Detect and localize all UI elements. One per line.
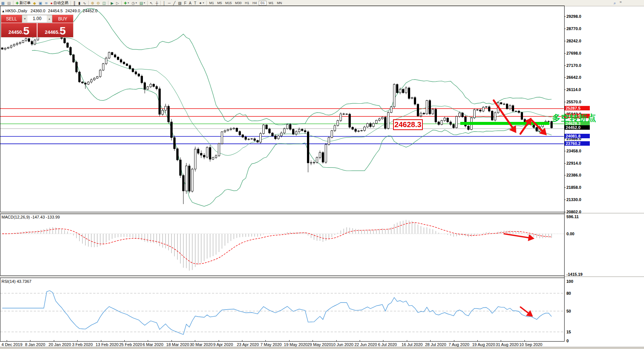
date-tick-mark <box>148 340 148 342</box>
date-tick-mark <box>30 340 30 342</box>
date-tick-mark <box>407 340 407 342</box>
date-label: 31 Aug 2020 <box>496 342 519 347</box>
price-tick-mark <box>564 16 566 17</box>
bb-lower-band <box>32 50 552 206</box>
volume-input[interactable]: 1.00 <box>27 15 47 22</box>
date-tick-mark <box>336 340 337 342</box>
volume-increase-button[interactable]: ▲ <box>47 15 52 22</box>
date-tick-mark <box>242 340 242 342</box>
price-tick-label: 26642.0 <box>566 75 581 80</box>
date-label: 6 Jul 2020 <box>378 342 397 347</box>
macd-axis-label: 0.00 <box>566 232 574 236</box>
date-label: 9 Apr 2020 <box>213 342 233 347</box>
price-tick-label: 27170.0 <box>566 63 581 68</box>
price-tick-label: 29298.0 <box>566 14 581 19</box>
macd-label: MACD(12,26,9) -147.43 -133.99 <box>1 215 60 219</box>
price-tick-label: 28770.0 <box>566 26 581 31</box>
price-tick-mark <box>564 139 566 139</box>
price-tick-mark <box>564 53 566 54</box>
price-tick-mark <box>564 175 566 175</box>
annotation-arrow <box>520 307 528 313</box>
ohlc-low: 24249.0 <box>65 9 80 13</box>
price-tick-label: 27698.0 <box>566 51 581 55</box>
date-tick-mark <box>7 340 7 342</box>
date-label: 19 Aug 2020 <box>472 342 495 347</box>
ohlc-close: 24452.0 <box>83 9 98 13</box>
price-annotation-box[interactable]: 24628.3 <box>393 119 423 130</box>
price-tick-mark <box>564 29 566 29</box>
date-label: 13 Feb 2020 <box>96 342 119 347</box>
date-tick-mark <box>454 340 454 342</box>
date-tick-mark <box>124 340 125 342</box>
date-label: 29 May 2020 <box>307 342 331 347</box>
date-label: 22 Jun 2020 <box>354 342 377 347</box>
trading-platform-window: ▦▤✚新订单◆▣≋●自动交易║▮∿⊕⊖◫▶▷✚▾◷▾▤▾↖┼│─╱▨FAT✦▾M… <box>0 0 644 349</box>
date-label: 10 Jun 2020 <box>331 342 354 347</box>
price-tick-mark <box>564 212 566 212</box>
date-label: 16 Jul 2020 <box>402 342 423 347</box>
date-tick-mark <box>101 340 101 342</box>
annotation-arrowhead <box>528 234 535 241</box>
main-chart-pane <box>0 8 564 206</box>
turning-point-annotation[interactable]: 多空转折点 <box>552 112 596 124</box>
date-label: 19 May 2020 <box>284 342 308 347</box>
date-tick-mark <box>54 340 54 342</box>
date-tick-mark <box>313 340 313 342</box>
date-tick-mark <box>477 340 478 342</box>
date-label: 3 Feb 2020 <box>72 342 93 347</box>
date-label: 8 Jan 2020 <box>25 342 45 347</box>
rsi-axis-label: 50 <box>566 309 571 313</box>
date-label: 28 Jul 2020 <box>425 342 446 347</box>
date-tick-mark <box>289 340 290 342</box>
price-tick-label: 25570.0 <box>566 100 581 104</box>
sell-price-main: 24450. <box>9 29 23 36</box>
date-label: 10 Sep 2020 <box>519 342 542 347</box>
date-label: 25 Feb 2020 <box>119 342 142 347</box>
chart-graphics[interactable] <box>0 0 644 349</box>
bb-upper-band <box>32 8 552 125</box>
macd-pane <box>0 220 564 271</box>
price-tick-label: 22914.0 <box>566 161 581 165</box>
main-chart-frame <box>0 6 565 212</box>
date-label: 6 Mar 2020 <box>143 342 163 347</box>
price-tick-mark <box>564 187 566 188</box>
price-tick-mark <box>564 102 566 102</box>
symbol-period-label: HK50-,Daily <box>6 9 27 13</box>
date-tick-mark <box>195 340 195 342</box>
buy-button[interactable]: BUY <box>52 15 73 23</box>
price-tick-label: 26114.0 <box>566 87 581 92</box>
rsi-axis-label: 80 <box>566 291 571 295</box>
price-tick-label: 21330.0 <box>566 197 581 202</box>
volume-field: ▼ 1.00 ▲ <box>22 15 52 23</box>
date-tick-mark <box>171 340 172 342</box>
annotation-arrow <box>504 234 529 237</box>
date-tick-mark <box>77 340 78 342</box>
date-label: 7 Aug 2020 <box>449 342 470 347</box>
chart-header: ▴ HK50-,Daily 24360.0 24454.5 24249.0 24… <box>2 9 98 13</box>
status-bar <box>0 347 644 349</box>
price-tick-mark <box>564 90 566 90</box>
macd-pane-frame <box>0 214 565 276</box>
price-level-badge: 25287.5 <box>565 106 590 110</box>
price-level-badge: 24452.0 <box>565 125 590 130</box>
volume-decrease-button[interactable]: ▼ <box>22 15 27 22</box>
sell-price-big-digit: 5 <box>23 26 30 36</box>
sell-button[interactable]: SELL <box>1 15 22 23</box>
date-tick-mark <box>265 340 266 342</box>
date-tick-mark <box>383 340 383 342</box>
date-label: 4 Dec 2019 <box>1 342 22 347</box>
price-tick-label: 21858.0 <box>566 185 581 190</box>
sell-price-display[interactable]: 24450. 5 <box>1 23 37 37</box>
date-label: 18 Mar 2020 <box>166 342 189 347</box>
price-level-badge: 24081.8 <box>565 134 590 138</box>
price-tick-mark <box>564 77 566 78</box>
rsi-axis-label: 15 <box>566 330 571 334</box>
price-tick-mark <box>564 163 566 164</box>
macd-axis-label: -1415.19 <box>566 272 582 277</box>
buy-price-display[interactable]: 24465. 5 <box>37 23 73 37</box>
rsi-axis-label: 100 <box>566 279 573 284</box>
date-label: 7 May 2020 <box>260 342 281 347</box>
price-tick-mark <box>564 151 566 151</box>
one-click-trade-panel: SELL ▼ 1.00 ▲ BUY 24450. 5 24465. 5 <box>1 14 73 38</box>
rsi-pane <box>0 291 564 335</box>
